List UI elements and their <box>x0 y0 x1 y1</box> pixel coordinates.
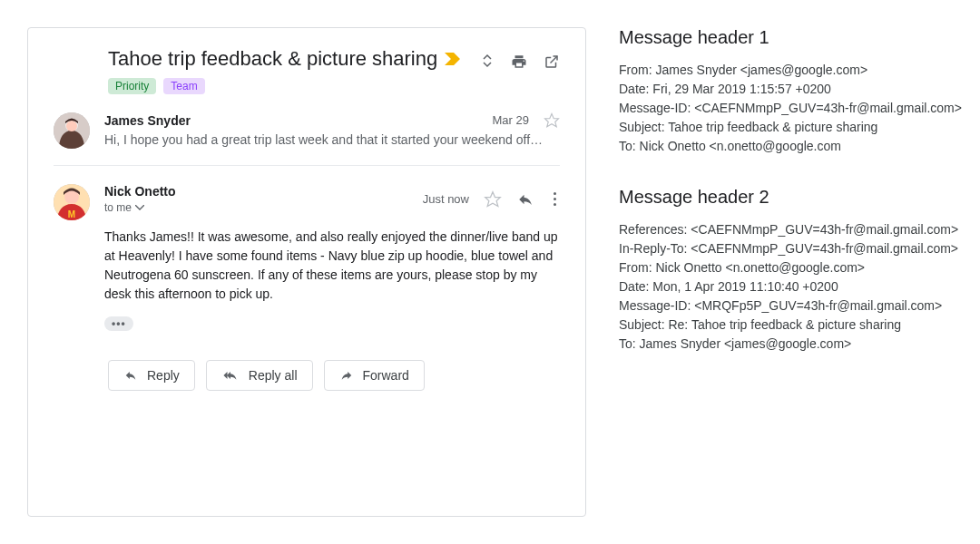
message-expanded: M Nick Onetto to me Just now <box>54 166 560 349</box>
forward-label: Forward <box>363 368 409 383</box>
message-content: Nick Onetto to me Just now <box>104 184 560 331</box>
forward-button[interactable]: Forward <box>324 360 425 391</box>
message-date: Mar 29 <box>493 113 529 127</box>
message-snippet: Hi, I hope you had a great trip last wee… <box>104 132 560 147</box>
header-title-1: Message header 1 <box>619 27 962 48</box>
importance-marker-icon[interactable] <box>445 53 461 65</box>
reply-button-row: Reply Reply all Forward <box>54 360 560 391</box>
header-section-1: Message header 1 From: James Snyder <jam… <box>619 27 962 156</box>
header-from: From: Nick Onetto <n.onetto@google.com> <box>619 258 962 277</box>
label-team[interactable]: Team <box>163 78 204 94</box>
svg-marker-3 <box>545 113 559 126</box>
print-icon[interactable] <box>511 53 527 70</box>
reply-all-button[interactable]: Reply all <box>206 360 313 391</box>
message-date: Just now <box>423 192 469 206</box>
chevron-down-icon <box>135 205 144 210</box>
message-meta: Mar 29 <box>493 112 560 129</box>
open-new-window-icon[interactable] <box>544 53 560 70</box>
header-from: From: James Snyder <james@google.com> <box>619 61 962 80</box>
header-subject: Subject: Tahoe trip feedback & picture s… <box>619 118 962 137</box>
subject-text: Tahoe trip feedback & picture sharing <box>108 46 437 73</box>
subject-left: Tahoe trip feedback & picture sharing Pr… <box>54 46 471 94</box>
side-panel: Message header 1 From: James Snyder <jam… <box>619 27 962 517</box>
sender-name: Nick Onetto <box>104 184 176 199</box>
header-title-2: Message header 2 <box>619 187 962 208</box>
header-to: To: Nick Onetto <n.onetto@google.com <box>619 137 962 156</box>
recipient-text: to me <box>104 201 132 214</box>
subject-row: Tahoe trip feedback & picture sharing Pr… <box>54 46 560 94</box>
subject-actions <box>480 46 560 70</box>
reply-all-arrow-icon <box>221 369 240 382</box>
svg-text:M: M <box>68 209 75 219</box>
trimmed-content-toggle[interactable]: ••• <box>104 316 133 331</box>
message-header-row: James Snyder Mar 29 <box>104 112 560 129</box>
header-msgid: Message-ID: <CAEFNMmpP_GUV=43h-fr@mail.g… <box>619 99 962 118</box>
reply-all-label: Reply all <box>249 368 298 383</box>
star-icon[interactable] <box>544 112 560 129</box>
header-msgid: Message-ID: <MRQFp5P_GUV=43h-fr@mail.gma… <box>619 296 962 316</box>
message-meta: Just now <box>423 190 560 209</box>
expand-collapse-icon[interactable] <box>480 53 495 70</box>
message-collapsed[interactable]: James Snyder Mar 29 Hi, I hope you had a… <box>54 94 560 166</box>
recipient-line[interactable]: to me <box>104 201 144 214</box>
avatar: M <box>54 184 90 220</box>
forward-arrow-icon <box>339 369 354 382</box>
sender-name: James Snyder <box>104 113 191 128</box>
header-date: Date: Fri, 29 Mar 2019 1:15:57 +0200 <box>619 80 962 99</box>
header-date: Date: Mon, 1 Apr 2019 11:10:40 +0200 <box>619 277 962 296</box>
star-icon[interactable] <box>484 190 502 209</box>
header-to: To: James Snyder <james@google.com> <box>619 335 962 354</box>
message-body: Thanks James!! It was awesome, and also … <box>104 228 560 304</box>
reply-icon[interactable] <box>516 191 534 208</box>
more-icon[interactable] <box>549 192 560 206</box>
header-section-2: Message header 2 References: <CAEFNMmpP_… <box>619 187 962 354</box>
reply-arrow-icon <box>123 369 138 382</box>
svg-point-2 <box>66 121 77 131</box>
reply-button[interactable]: Reply <box>108 360 195 391</box>
header-subject: Subject: Re: Tahoe trip feedback & pictu… <box>619 316 962 335</box>
message-content: James Snyder Mar 29 Hi, I hope you had a… <box>104 112 560 149</box>
label-priority[interactable]: Priority <box>108 78 156 94</box>
email-thread-card: Tahoe trip feedback & picture sharing Pr… <box>27 27 586 517</box>
reply-label: Reply <box>147 368 180 383</box>
message-header-row: Nick Onetto to me Just now <box>104 184 560 215</box>
svg-marker-7 <box>485 191 501 206</box>
header-inreplyto: In-Reply-To: <CAEFNMmpP_GUV=43h-fr@mail.… <box>619 239 962 258</box>
avatar <box>54 112 90 149</box>
header-references: References: <CAEFNMmpP_GUV=43h-fr@mail.g… <box>619 220 962 239</box>
